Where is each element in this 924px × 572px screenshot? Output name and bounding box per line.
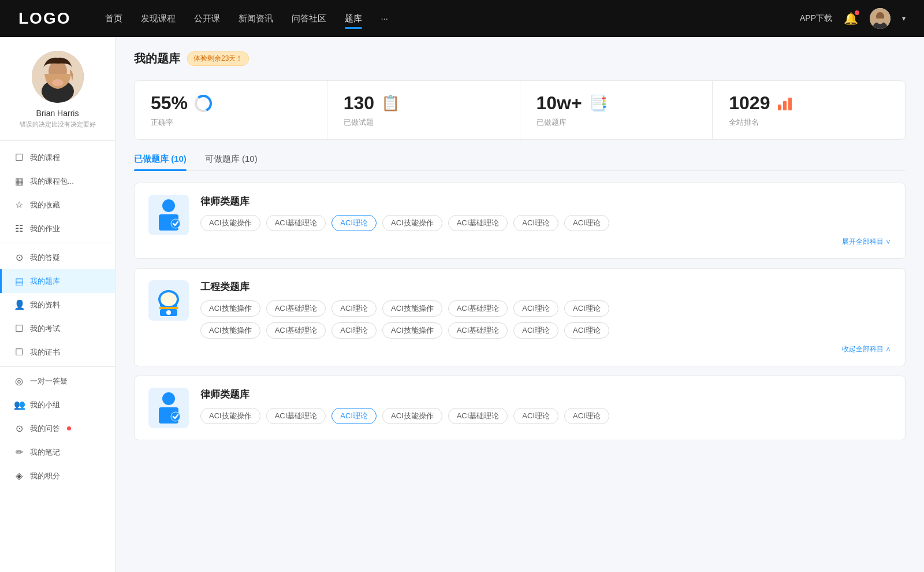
list-icon: 📑 bbox=[589, 94, 608, 112]
tag-lawyer-1-2[interactable]: ACI基础理论 bbox=[266, 215, 326, 231]
nav-bank[interactable]: 题库 bbox=[345, 11, 362, 27]
svg-rect-11 bbox=[788, 98, 792, 110]
profile-avatar-image bbox=[32, 51, 84, 103]
tag-lawyer-2-5[interactable]: ACI基础理论 bbox=[448, 408, 508, 424]
stat-done-questions: 130 📋 已做试题 bbox=[327, 81, 520, 139]
bank-card-expand-lawyer-1[interactable]: 展开全部科目 ∨ bbox=[200, 237, 891, 247]
nav-opencourse[interactable]: 公开课 bbox=[194, 11, 220, 27]
tag-lawyer-2-4[interactable]: ACI技能操作 bbox=[382, 408, 442, 424]
svg-rect-18 bbox=[159, 307, 178, 309]
stats-row: 55% 正确率 130 📋 已做试题 10w+ 📑 bbox=[134, 80, 906, 140]
tag-lawyer-2-6[interactable]: ACI理论 bbox=[513, 408, 558, 424]
tag-lawyer-1-7[interactable]: ACI理论 bbox=[564, 215, 609, 231]
sidebar-divider-2 bbox=[0, 366, 115, 367]
svg-point-17 bbox=[161, 292, 177, 306]
pie-chart-icon bbox=[195, 95, 212, 112]
sidebar-item-label: 我的考试 bbox=[30, 324, 60, 334]
tag-lawyer-1-1[interactable]: ACI技能操作 bbox=[200, 215, 260, 231]
sidebar-item-profile[interactable]: 👤 我的资料 bbox=[0, 293, 115, 317]
tag-eng-2-2[interactable]: ACI基础理论 bbox=[266, 322, 326, 339]
tag-lawyer-1-5[interactable]: ACI基础理论 bbox=[448, 215, 508, 231]
tag-eng-2-6[interactable]: ACI理论 bbox=[513, 322, 558, 339]
tab-done-banks[interactable]: 已做题库 (10) bbox=[134, 154, 187, 170]
stat-done-banks-value: 10w+ bbox=[536, 92, 582, 114]
sidebar-item-groups[interactable]: 👥 我的小组 bbox=[0, 393, 115, 417]
sidebar-item-questions[interactable]: ⊙ 我的问答 bbox=[0, 417, 115, 440]
svg-rect-9 bbox=[778, 105, 781, 110]
sidebar-item-courses[interactable]: ☐ 我的课程 bbox=[0, 146, 115, 169]
sidebar-item-label: 我的问答 bbox=[30, 424, 60, 434]
bank-card-title-lawyer-2: 律师类题库 bbox=[200, 388, 891, 401]
stat-done-banks-label: 已做题库 bbox=[536, 117, 696, 128]
tag-eng-2-4[interactable]: ACI技能操作 bbox=[382, 322, 442, 339]
bank-card-tags-lawyer-1: ACI技能操作 ACI基础理论 ACI理论 ACI技能操作 ACI基础理论 AC… bbox=[200, 215, 891, 231]
tag-eng-1-1[interactable]: ACI技能操作 bbox=[200, 300, 260, 317]
tag-lawyer-1-4[interactable]: ACI技能操作 bbox=[382, 215, 442, 231]
tag-lawyer-2-3[interactable]: ACI理论 bbox=[331, 408, 377, 424]
nav-discover[interactable]: 发现课程 bbox=[141, 11, 176, 27]
bar-chart-icon bbox=[777, 95, 793, 112]
profile-icon: 👤 bbox=[14, 299, 24, 310]
profile-dropdown-arrow[interactable]: ▾ bbox=[902, 14, 906, 23]
tab-available-banks[interactable]: 可做题库 (10) bbox=[205, 154, 258, 170]
tag-eng-1-2[interactable]: ACI基础理论 bbox=[266, 300, 326, 317]
qa-icon: ⊙ bbox=[14, 252, 24, 263]
sidebar-item-bank[interactable]: ▤ 我的题库 bbox=[0, 269, 115, 293]
sidebar-item-favorites[interactable]: ☆ 我的收藏 bbox=[0, 193, 115, 217]
stat-accuracy-label: 正确率 bbox=[151, 117, 311, 128]
stat-rank: 1029 全站排名 bbox=[713, 81, 905, 139]
courses-icon: ☐ bbox=[14, 152, 24, 163]
tag-eng-1-3[interactable]: ACI理论 bbox=[331, 300, 377, 317]
svg-rect-10 bbox=[783, 101, 787, 110]
sidebar-item-tutoring[interactable]: ◎ 一对一答疑 bbox=[0, 369, 115, 393]
tag-eng-2-1[interactable]: ACI技能操作 bbox=[200, 322, 260, 339]
tag-lawyer-1-6[interactable]: ACI理论 bbox=[513, 215, 558, 231]
sidebar-item-label: 我的资料 bbox=[30, 300, 60, 310]
sidebar-avatar[interactable] bbox=[32, 51, 84, 103]
sidebar-item-label: 我的课程包... bbox=[30, 176, 74, 187]
homework-icon: ☷ bbox=[14, 223, 24, 234]
avatar[interactable] bbox=[870, 8, 891, 29]
tag-eng-1-5[interactable]: ACI基础理论 bbox=[448, 300, 508, 317]
sidebar-item-course-packages[interactable]: ▦ 我的课程包... bbox=[0, 169, 115, 193]
tag-eng-1-7[interactable]: ACI理论 bbox=[564, 300, 609, 317]
sidebar-item-label: 我的笔记 bbox=[30, 447, 60, 458]
tag-eng-2-7[interactable]: ACI理论 bbox=[564, 322, 609, 339]
tag-lawyer-2-7[interactable]: ACI理论 bbox=[564, 408, 609, 424]
app-download-button[interactable]: APP下载 bbox=[800, 13, 832, 24]
navbar-right: APP下载 🔔 ▾ bbox=[800, 8, 906, 29]
tag-eng-1-6[interactable]: ACI理论 bbox=[513, 300, 558, 317]
nav-news[interactable]: 新闻资讯 bbox=[239, 11, 273, 27]
sidebar-item-homework[interactable]: ☷ 我的作业 bbox=[0, 217, 115, 240]
tag-eng-1-4[interactable]: ACI技能操作 bbox=[382, 300, 442, 317]
tag-eng-2-3[interactable]: ACI理论 bbox=[331, 322, 377, 339]
bank-card-expand-engineering[interactable]: 收起全部科目 ∧ bbox=[200, 344, 891, 354]
bank-card-icon-lawyer-1 bbox=[148, 195, 189, 235]
logo: LOGO bbox=[18, 9, 70, 28]
nav-home[interactable]: 首页 bbox=[105, 11, 122, 27]
bank-card-icon-lawyer-2 bbox=[148, 388, 189, 428]
notification-bell[interactable]: 🔔 bbox=[844, 12, 858, 25]
sidebar-item-notes[interactable]: ✏ 我的笔记 bbox=[0, 440, 115, 464]
favorites-icon: ☆ bbox=[14, 199, 24, 210]
bank-card-lawyer-2: 律师类题库 ACI技能操作 ACI基础理论 ACI理论 ACI技能操作 ACI基… bbox=[134, 376, 906, 440]
svg-point-6 bbox=[52, 79, 64, 86]
groups-icon: 👥 bbox=[14, 399, 24, 410]
nav-qa[interactable]: 问答社区 bbox=[292, 11, 326, 27]
sidebar-item-exam[interactable]: ☐ 我的考试 bbox=[0, 317, 115, 340]
sidebar-item-points[interactable]: ◈ 我的积分 bbox=[0, 464, 115, 488]
tag-lawyer-2-1[interactable]: ACI技能操作 bbox=[200, 408, 260, 424]
bank-card-content-engineering: 工程类题库 ACI技能操作 ACI基础理论 ACI理论 ACI技能操作 ACI基… bbox=[200, 280, 891, 354]
sidebar-item-qa[interactable]: ⊙ 我的答疑 bbox=[0, 246, 115, 269]
main-content: 我的题库 体验剩余23天！ 55% 正确率 130 📋 bbox=[116, 37, 924, 572]
tabs-row: 已做题库 (10) 可做题库 (10) bbox=[134, 154, 906, 171]
svg-point-21 bbox=[162, 392, 175, 405]
tag-lawyer-2-2[interactable]: ACI基础理论 bbox=[266, 408, 326, 424]
nav-more[interactable]: ··· bbox=[381, 11, 388, 27]
tag-eng-2-5[interactable]: ACI基础理论 bbox=[448, 322, 508, 339]
sidebar-item-certificate[interactable]: ☐ 我的证书 bbox=[0, 340, 115, 364]
notes-icon: ✏ bbox=[14, 447, 24, 458]
tag-lawyer-1-3[interactable]: ACI理论 bbox=[331, 215, 377, 231]
avatar-image bbox=[870, 8, 891, 29]
bank-card-lawyer-1: 律师类题库 ACI技能操作 ACI基础理论 ACI理论 ACI技能操作 ACI基… bbox=[134, 183, 906, 259]
